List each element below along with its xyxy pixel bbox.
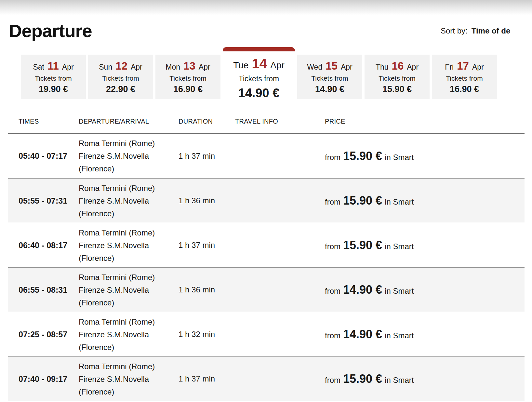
row-departure-station: Roma Termini (Rome) bbox=[79, 137, 179, 150]
date-tab[interactable]: Thu 16 Apr Tickets from 15.90 € bbox=[365, 55, 430, 99]
row-times: 05:55 - 07:31 bbox=[19, 196, 79, 206]
tab-month-label: Apr bbox=[270, 60, 285, 71]
tab-date-number: 14 bbox=[252, 56, 267, 72]
row-price: from15.90 €in Smart bbox=[325, 372, 525, 386]
tab-day-label: Sat bbox=[33, 63, 44, 72]
price-from-label: from bbox=[325, 242, 340, 251]
tab-date-line: Sun 12 Apr bbox=[99, 60, 142, 72]
row-departure-station: Roma Termini (Rome) bbox=[79, 271, 179, 284]
tab-month-label: Apr bbox=[341, 63, 352, 72]
row-duration: 1 h 36 min bbox=[179, 285, 235, 294]
price-amount: 15.90 € bbox=[343, 372, 382, 385]
date-tab[interactable]: Mon 13 Apr Tickets from 16.90 € bbox=[155, 55, 220, 99]
tab-tickets-from-label: Tickets from bbox=[169, 74, 206, 82]
tab-price: 15.90 € bbox=[382, 84, 412, 94]
row-times: 07:40 - 09:17 bbox=[19, 374, 79, 384]
price-from-label: from bbox=[325, 287, 340, 295]
tab-day-label: Thu bbox=[376, 63, 389, 72]
price-amount: 14.90 € bbox=[343, 328, 382, 341]
row-duration: 1 h 37 min bbox=[179, 241, 235, 250]
date-tab[interactable]: Wed 15 Apr Tickets from 14.90 € bbox=[297, 55, 362, 99]
price-amount: 14.90 € bbox=[343, 283, 382, 296]
tab-date-number: 11 bbox=[47, 60, 59, 72]
tab-day-label: Fri bbox=[445, 63, 454, 72]
tab-date-line: Mon 13 Apr bbox=[166, 60, 210, 72]
tab-price: 19.90 € bbox=[39, 84, 68, 94]
tab-date-line: Fri 17 Apr bbox=[445, 60, 484, 72]
row-arrival-station: Firenze S.M.Novella (Florence) bbox=[79, 239, 179, 264]
tab-date-line: Sat 11 Apr bbox=[33, 60, 73, 72]
tab-month-label: Apr bbox=[472, 63, 484, 72]
row-arrival-station: Firenze S.M.Novella (Florence) bbox=[79, 284, 179, 309]
row-arrival-station: Firenze S.M.Novella (Florence) bbox=[79, 373, 179, 398]
price-amount: 15.90 € bbox=[343, 194, 382, 207]
row-times: 06:55 - 08:31 bbox=[19, 285, 79, 295]
row-stations: Roma Termini (Rome) Firenze S.M.Novella … bbox=[79, 226, 179, 264]
row-arrival-station: Firenze S.M.Novella (Florence) bbox=[79, 150, 179, 175]
tab-day-label: Sun bbox=[99, 63, 112, 72]
train-result-row[interactable]: 05:55 - 07:31 Roma Termini (Rome) Firenz… bbox=[8, 178, 525, 223]
price-class-label: in Smart bbox=[385, 153, 414, 162]
row-stations: Roma Termini (Rome) Firenze S.M.Novella … bbox=[79, 137, 179, 175]
sort-control[interactable]: Sort by:Time of de bbox=[441, 26, 510, 35]
column-header-price: PRICE bbox=[325, 118, 525, 125]
page-title: Departure bbox=[9, 20, 92, 41]
sort-by-label: Sort by: bbox=[441, 26, 468, 35]
tab-tickets-from-label: Tickets from bbox=[102, 74, 139, 82]
date-tab[interactable]: Fri 17 Apr Tickets from 16.90 € bbox=[432, 55, 497, 99]
tab-date-line: Thu 16 Apr bbox=[376, 60, 419, 72]
date-tab[interactable]: Sun 12 Apr Tickets from 22.90 € bbox=[88, 55, 153, 99]
row-duration: 1 h 37 min bbox=[179, 152, 235, 161]
tab-date-number: 17 bbox=[457, 60, 469, 72]
train-result-row[interactable]: 05:40 - 07:17 Roma Termini (Rome) Firenz… bbox=[8, 134, 525, 178]
price-class-label: in Smart bbox=[385, 331, 414, 340]
tab-day-label: Wed bbox=[307, 63, 322, 72]
row-departure-station: Roma Termini (Rome) bbox=[79, 182, 179, 194]
tab-price: 16.90 € bbox=[173, 84, 203, 94]
row-arrival-station: Firenze S.M.Novella (Florence) bbox=[79, 194, 179, 220]
train-result-row[interactable]: 07:40 - 09:17 Roma Termini (Rome) Firenz… bbox=[8, 356, 525, 401]
tab-month-label: Apr bbox=[407, 63, 419, 72]
row-times: 07:25 - 08:57 bbox=[19, 330, 79, 339]
results-table-body: 05:40 - 07:17 Roma Termini (Rome) Firenz… bbox=[8, 134, 525, 401]
results-table-header: TIMES DEPARTURE/ARRIVAL DURATION TRAVEL … bbox=[8, 110, 525, 134]
train-result-row[interactable]: 07:25 - 08:57 Roma Termini (Rome) Firenz… bbox=[8, 312, 525, 356]
row-duration: 1 h 32 min bbox=[179, 330, 235, 339]
tab-tickets-from-label: Tickets from bbox=[239, 74, 279, 83]
row-price: from15.90 €in Smart bbox=[325, 194, 525, 208]
price-class-label: in Smart bbox=[385, 287, 414, 295]
row-times: 06:40 - 08:17 bbox=[19, 241, 79, 250]
price-amount: 15.90 € bbox=[343, 149, 382, 163]
price-class-label: in Smart bbox=[385, 376, 414, 384]
row-stations: Roma Termini (Rome) Firenze S.M.Novella … bbox=[79, 271, 179, 309]
date-tabs: Sat 11 Apr Tickets from 19.90 € Sun 12 A… bbox=[21, 47, 497, 104]
column-header-duration: DURATION bbox=[179, 118, 235, 125]
row-duration: 1 h 37 min bbox=[179, 374, 235, 383]
row-stations: Roma Termini (Rome) Firenze S.M.Novella … bbox=[79, 360, 179, 398]
train-result-row[interactable]: 06:55 - 08:31 Roma Termini (Rome) Firenz… bbox=[8, 267, 525, 312]
column-header-departure-arrival: DEPARTURE/ARRIVAL bbox=[79, 118, 179, 125]
results-table: TIMES DEPARTURE/ARRIVAL DURATION TRAVEL … bbox=[8, 110, 525, 401]
tab-date-number: 16 bbox=[392, 60, 404, 72]
tab-price: 14.90 € bbox=[238, 86, 280, 100]
row-price: from15.90 €in Smart bbox=[325, 238, 525, 252]
date-tab[interactable]: Sat 11 Apr Tickets from 19.90 € bbox=[21, 55, 86, 99]
tab-day-label: Tue bbox=[233, 60, 248, 71]
tab-tickets-from-label: Tickets from bbox=[379, 74, 416, 82]
row-arrival-station: Firenze S.M.Novella (Florence) bbox=[79, 328, 179, 354]
tab-date-number: 13 bbox=[183, 60, 195, 72]
page-top-gradient bbox=[0, 0, 532, 15]
tab-tickets-from-label: Tickets from bbox=[311, 74, 348, 82]
sort-value: Time of de bbox=[472, 26, 511, 35]
tab-date-line: Wed 15 Apr bbox=[307, 60, 352, 72]
tab-tickets-from-label: Tickets from bbox=[35, 74, 72, 82]
tab-month-label: Apr bbox=[62, 63, 74, 72]
train-result-row[interactable]: 06:40 - 08:17 Roma Termini (Rome) Firenz… bbox=[8, 223, 525, 267]
tab-price: 14.90 € bbox=[315, 84, 344, 94]
column-header-times: TIMES bbox=[19, 118, 79, 125]
row-duration: 1 h 36 min bbox=[179, 196, 235, 205]
tab-month-label: Apr bbox=[199, 63, 210, 72]
date-tab[interactable]: Tue 14 Apr Tickets from 14.90 € bbox=[223, 47, 295, 104]
column-header-travel-info: TRAVEL INFO bbox=[235, 118, 325, 125]
row-stations: Roma Termini (Rome) Firenze S.M.Novella … bbox=[79, 315, 179, 354]
